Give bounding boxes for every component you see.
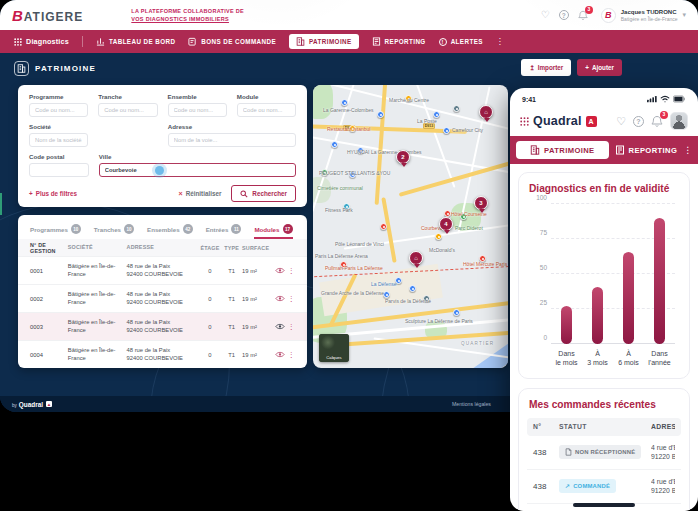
- ensemble-field: Ensemble: [168, 93, 227, 117]
- map-label: Sculpture La Défense de Paris: [405, 318, 473, 324]
- help-icon[interactable]: ?: [559, 10, 569, 20]
- view-eye-icon[interactable]: [272, 267, 287, 274]
- dashboard-chart-icon: [96, 37, 105, 46]
- programme-input[interactable]: [29, 103, 88, 117]
- phone-more-icon[interactable]: ⋮: [683, 145, 692, 155]
- add-button[interactable]: + Ajouter: [577, 59, 622, 76]
- tab-ensembles[interactable]: Ensembles42: [147, 224, 193, 239]
- order-row[interactable]: 438 NON RÉCEPTIONNÉ 4 rue d'Es91220 BRE: [527, 436, 681, 470]
- notification-badge: 3: [585, 6, 593, 14]
- poi-pin[interactable]: [453, 309, 460, 316]
- property-marker[interactable]: 4: [439, 217, 453, 231]
- wifi-icon: [660, 95, 670, 103]
- module-input[interactable]: [237, 103, 296, 117]
- quadral-badge: A: [586, 116, 597, 127]
- user-avatar-photo[interactable]: [670, 112, 688, 130]
- chart-bar[interactable]: [623, 252, 634, 344]
- tranche-input[interactable]: [98, 103, 157, 117]
- chart-bar[interactable]: [654, 218, 665, 344]
- view-eye-icon[interactable]: [272, 323, 287, 330]
- import-button[interactable]: ↥ Importer: [521, 59, 571, 76]
- phone-tab-patrimoine[interactable]: PATRIMOINE: [516, 141, 609, 159]
- favorites-heart-icon[interactable]: ♡: [616, 116, 626, 127]
- tab-modules[interactable]: Modules17: [254, 224, 292, 239]
- code-postal-input[interactable]: [29, 163, 89, 177]
- map-layers-control[interactable]: Calques: [319, 334, 349, 362]
- table-row-highlighted[interactable]: 0003 Bâtigère en Île-de-France 48 rue de…: [18, 312, 307, 340]
- favorites-heart-icon[interactable]: ♡: [541, 10, 550, 20]
- notifications-bell-icon[interactable]: 3: [578, 10, 588, 21]
- property-marker-house[interactable]: ⌂: [409, 251, 423, 265]
- property-marker[interactable]: 3: [474, 196, 488, 210]
- row-menu-icon[interactable]: ⋮: [287, 267, 295, 275]
- notifications-bell-icon[interactable]: 3: [651, 115, 663, 128]
- view-eye-icon[interactable]: [272, 295, 287, 302]
- poi-pin[interactable]: [435, 233, 442, 240]
- row-menu-icon[interactable]: ⋮: [287, 323, 295, 331]
- home-indicator[interactable]: [573, 503, 635, 507]
- nav-item-patrimoine[interactable]: PATRIMOINE: [289, 34, 359, 49]
- nav-item-alertes[interactable]: ! ALERTES: [439, 38, 483, 46]
- results-tabs: Programmes10 Tranches10 Ensembles42 Entr…: [18, 215, 307, 239]
- nav-more-icon[interactable]: ⋮: [496, 37, 504, 46]
- adresse-field: Adresse: [168, 123, 296, 147]
- tab-entrees[interactable]: Entrées11: [206, 224, 242, 239]
- phone-tabs: PATRIMOINE REPORTING ⋮: [510, 136, 698, 164]
- legal-link[interactable]: Mentions légales: [452, 401, 491, 407]
- poi-pin[interactable]: [331, 141, 338, 148]
- reset-link[interactable]: × Réinitialiser: [179, 190, 222, 197]
- table-row[interactable]: 0002 Bâtigère en Île-de-France 48 rue de…: [18, 284, 307, 312]
- table-row[interactable]: 0001 Bâtigère en Île-de-France 48 rue de…: [18, 256, 307, 284]
- poi-pin[interactable]: [443, 127, 450, 134]
- x-axis-labels: Dansle mois À3 mois À6 mois Dansl'année: [551, 349, 675, 368]
- poi-pin[interactable]: [341, 99, 348, 106]
- view-eye-icon[interactable]: [272, 351, 287, 358]
- map[interactable]: D908 D913: [313, 85, 508, 368]
- code-postal-field: Code postal: [29, 153, 89, 177]
- poi-pin[interactable]: [444, 210, 451, 217]
- user-organization: Batigère en Île-de-France: [621, 16, 678, 22]
- adresse-input[interactable]: [168, 133, 296, 147]
- poi-pin[interactable]: [433, 111, 440, 118]
- poi-pin[interactable]: [377, 111, 384, 118]
- bar-chart: 100 75 50 25 0: [551, 204, 675, 344]
- user-menu[interactable]: B Jacques TUDRONC Batigère en Île-de-Fra…: [601, 8, 686, 23]
- nav-item-tableau-de-bord[interactable]: TABLEAU DE BORD: [96, 37, 175, 46]
- nav-item-bons-de-commande[interactable]: BONS DE COMMANDE: [188, 37, 276, 46]
- poi-pin[interactable]: [453, 105, 460, 112]
- order-row[interactable]: 438 ↗ COMMANDÉ 4 rue d'Es91220 BRE: [527, 470, 681, 504]
- orders-header: N° STATUT ADRESSE: [527, 418, 681, 436]
- quadral-logo: Quadral: [533, 114, 582, 128]
- ville-input[interactable]: [99, 163, 296, 177]
- poi-pin[interactable]: [409, 285, 416, 292]
- status-icons: [647, 95, 686, 103]
- map-label: La Garenne-Colombes: [323, 107, 374, 113]
- search-button[interactable]: Rechercher: [231, 185, 296, 202]
- chart-bar[interactable]: [561, 306, 572, 344]
- poi-pin[interactable]: [380, 223, 387, 230]
- row-menu-icon[interactable]: ⋮: [287, 351, 295, 359]
- chart-bar[interactable]: [592, 287, 603, 344]
- user-name: Jacques TUDRONC: [621, 8, 678, 16]
- document-icon: [565, 448, 572, 456]
- nav-item-diagnostics[interactable]: Diagnostics: [14, 37, 69, 46]
- external-arrow-icon: ↗: [565, 483, 570, 489]
- property-marker[interactable]: 2: [396, 150, 410, 164]
- property-marker-house[interactable]: ⌂: [479, 105, 493, 119]
- phone-tab-reporting[interactable]: REPORTING: [615, 145, 678, 155]
- quadral-footer-logo: by Quadral ▲: [12, 401, 52, 408]
- report-icon: [372, 37, 381, 46]
- platform-tagline: LA PLATEFORME COLLABORATIVE DE VOS DIAGN…: [131, 7, 244, 24]
- nav-item-reporting[interactable]: REPORTING: [372, 37, 426, 46]
- tab-programmes[interactable]: Programmes10: [30, 224, 81, 239]
- more-filters-link[interactable]: + Plus de filtres: [29, 190, 77, 197]
- map-park: [313, 85, 333, 119]
- ensemble-input[interactable]: [168, 103, 227, 117]
- map-label: La Défense: [371, 281, 397, 287]
- societe-input[interactable]: [29, 133, 88, 147]
- table-row[interactable]: 0004 Bâtigère en Île-de-France 48 rue de…: [18, 340, 307, 368]
- tab-tranches[interactable]: Tranches10: [94, 224, 134, 239]
- row-menu-icon[interactable]: ⋮: [287, 295, 295, 303]
- map-road-major: [375, 85, 388, 205]
- help-icon[interactable]: ?: [633, 116, 644, 127]
